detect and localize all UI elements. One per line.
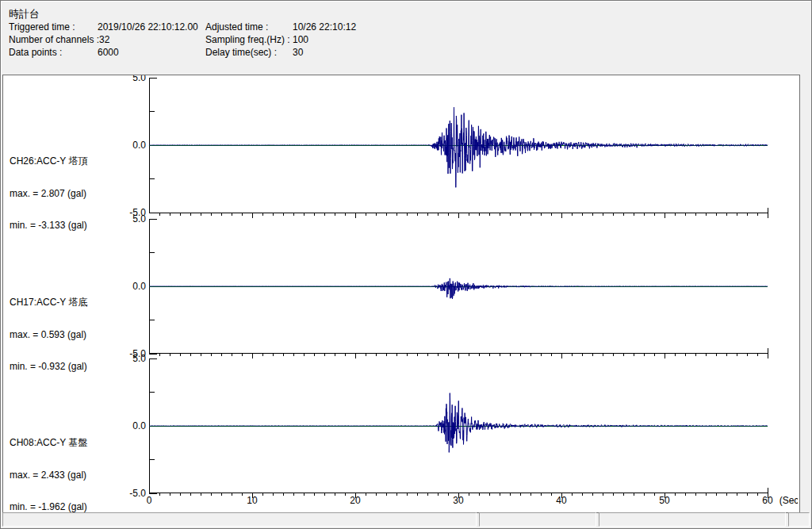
status-time-panel: 2019/10/26 22:10:12.00 (時刻修正時刻:10/26 22:… (2, 512, 477, 527)
adjusted-time-value: 10/26 22:10:12 (293, 21, 356, 33)
header-row-3: Data points : 6000 Delay time(sec) : 30 (9, 47, 797, 58)
sampling-freq-value: 100 (293, 34, 308, 45)
svg-text:60: 60 (762, 495, 773, 506)
adjusted-time-field: Adjusted time : 10/26 22:10:12 (205, 21, 356, 33)
channel-name: CH08:ACC-Y 基盤 (10, 438, 136, 449)
header-info-panel: 時計台 Triggered time : 2019/10/26 22:10:12… (2, 2, 800, 73)
delay-time-value: 30 (293, 47, 303, 58)
svg-text:(Sec): (Sec) (779, 495, 798, 506)
channel-label-ch17: CH17:ACC-Y 塔底 max. = 0.593 (gal) min. = … (10, 276, 136, 394)
channel-max: max. = 2.807 (gal) (10, 189, 136, 200)
adjusted-time-label: Adjusted time : (205, 21, 293, 33)
svg-text:40: 40 (556, 495, 567, 506)
channel-min: min. = -1.962 (gal) (10, 502, 136, 513)
triggered-time-value: 2019/10/26 22:10:12.00 (98, 21, 198, 33)
triggered-time-label: Triggered time : (9, 21, 98, 33)
delay-time-field: Delay time(sec) : 30 (205, 47, 303, 58)
channel-count-label: Number of channels : (9, 34, 99, 45)
channel-min: min. = -3.133 (gal) (10, 220, 136, 232)
status-empty-panel (788, 512, 810, 527)
header-row-1: Triggered time : 2019/10/26 22:10:12.00 … (9, 21, 797, 33)
svg-text:50: 50 (659, 495, 670, 506)
data-points-value: 6000 (98, 47, 119, 58)
svg-text:20: 20 (350, 495, 361, 506)
sampling-freq-field: Sampling freq.(Hz) : 100 (205, 34, 308, 45)
channel-count-field: Number of channels : 32 (9, 34, 205, 45)
channel-name: CH17:ACC-Y 塔底 (10, 297, 136, 309)
channel-label-ch26: CH26:ACC-Y 塔頂 max. = 2.807 (gal) min. = … (10, 135, 136, 253)
status-digit-text: -98 digit:offset=931 digit (649, 525, 751, 527)
svg-text:30: 30 (453, 495, 464, 506)
delay-time-label: Delay time(sec) : (205, 47, 293, 58)
waveform-panel: 5.00.0-5.05.00.0-5.05.00.0-5.00102030405… (2, 75, 800, 513)
channel-name: CH26:ACC-Y 塔頂 (10, 156, 136, 167)
status-kine-text: 0.000kine (550, 525, 591, 527)
channel-min: min. = -0.932 (gal) (10, 362, 136, 373)
status-digit-panel: -98 digit:offset=931 digit (599, 512, 786, 527)
data-points-label: Data points : (9, 47, 98, 58)
triggered-time-field: Triggered time : 2019/10/26 22:10:12.00 (9, 21, 205, 33)
svg-text:0: 0 (147, 495, 152, 506)
channel-max: max. = 2.433 (gal) (10, 470, 136, 481)
channel-count-value: 32 (99, 34, 109, 45)
svg-text:5.0: 5.0 (132, 75, 146, 83)
channel-max: max. = 0.593 (gal) (10, 330, 136, 341)
status-bar: 2019/10/26 22:10:12.00 (時刻修正時刻:10/26 22:… (2, 512, 810, 527)
header-row-2: Number of channels : 32 Sampling freq.(H… (9, 34, 797, 45)
data-points-field: Data points : 6000 (9, 47, 205, 58)
app-window: 時計台 Triggered time : 2019/10/26 22:10:12… (0, 0, 812, 529)
status-time-text: 2019/10/26 22:10:12.00 (時刻修正時刻:10/26 22:… (127, 525, 368, 527)
status-kine-panel: 0.000kine (479, 512, 596, 527)
svg-text:10: 10 (247, 495, 258, 506)
window-title: 時計台 (9, 7, 40, 21)
sampling-freq-label: Sampling freq.(Hz) : (205, 34, 293, 45)
